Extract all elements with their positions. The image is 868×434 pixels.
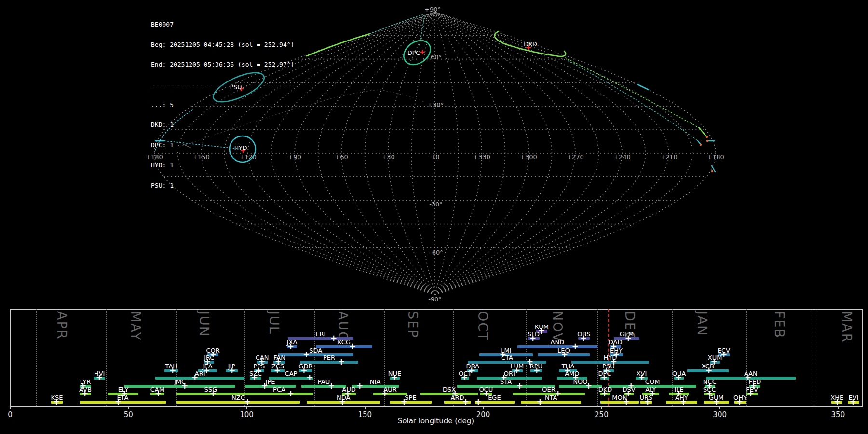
peak-marker: + [115,397,122,407]
radiant-map-app: +180+150+120+90+60+30+0+330+300+270+240+… [0,0,868,434]
peak-marker: + [210,389,217,398]
month-label: JUN [197,311,212,337]
peak-marker: + [303,350,310,359]
peak-marker: + [529,333,536,343]
peak-marker: + [850,397,856,407]
axis-tick-label: 0 [0,410,21,419]
peak-marker: + [339,397,346,407]
axis-tick-label: 50 [118,410,139,419]
peak-marker: + [705,366,712,375]
axis-tick [601,406,602,409]
shower-label: NIA [361,378,390,385]
axis-tick [719,406,720,409]
peak-marker: + [349,341,356,351]
peak-marker: + [644,397,651,407]
shower-label: CTA [492,354,521,361]
timeline-plot: APRMAYJUNJULAUGSEPOCTNOVDECJANFEBMARKUM+… [0,0,868,434]
peak-marker: + [736,397,743,407]
peak-marker: + [680,397,687,407]
peak-marker: + [155,389,162,398]
shower-label: AND [543,339,572,346]
month-boundary-line [106,309,107,406]
peak-marker: + [287,389,294,398]
shower-label: JMC [165,378,194,385]
shower-label: DSX [435,386,464,393]
axis-tick [246,406,247,409]
axis-tick-label: 300 [709,410,731,419]
axis-tick-label: 100 [236,410,258,419]
month-label: FEB [772,311,787,339]
peak-marker: + [461,373,468,382]
month-label: JUL [267,311,282,335]
peak-marker: + [53,397,60,407]
peak-marker: + [169,366,176,375]
month-boundary-line [36,309,37,406]
peak-marker: + [338,357,345,366]
month-label: JAN [695,311,710,336]
month-label: MAR [840,311,854,343]
axis-tick-label: 250 [591,410,612,419]
peak-marker: + [533,366,540,375]
month-label: MAY [128,311,143,341]
shower-label: ARI [186,370,215,377]
shower-label: JPE [256,378,285,385]
peak-marker: + [328,381,335,391]
shower-label: EGE [480,394,509,401]
month-boundary-line [176,309,177,406]
peak-marker: + [181,381,188,391]
peak-marker: + [81,389,88,398]
axis-tick [483,406,484,409]
peak-marker: + [462,397,469,407]
peak-marker: + [475,397,482,407]
month-boundary-line [814,309,814,406]
peak-marker: + [391,373,398,382]
shower-label: CAP [277,370,306,377]
axis-tick [128,406,129,409]
month-label: SEP [406,311,420,338]
peak-marker: + [580,333,587,343]
peak-marker: + [623,397,630,407]
axis-tick [838,406,839,409]
peak-marker: + [287,341,294,351]
peak-marker: + [244,397,251,407]
axis-tick [365,406,366,409]
peak-marker: + [516,381,523,391]
axis-tick [10,406,11,409]
month-label: APR [54,311,69,340]
axis-tick-label: 350 [827,410,849,419]
peak-marker: + [601,373,608,382]
x-axis-title: Solar longitude (deg) [364,417,508,425]
shower-label: COM [638,378,667,385]
peak-marker: + [401,397,407,407]
shower-label: ETA [108,394,137,401]
month-boundary-line [244,309,245,406]
peak-marker: + [561,350,568,359]
shower-label: AUR [376,386,405,393]
peak-marker: + [675,373,682,382]
peak-marker: + [537,397,543,407]
peak-marker: + [381,389,388,398]
peak-marker: + [229,366,235,375]
month-label: OCT [475,311,490,341]
peak-marker: + [713,397,720,407]
shower-label: ORI [495,370,524,377]
